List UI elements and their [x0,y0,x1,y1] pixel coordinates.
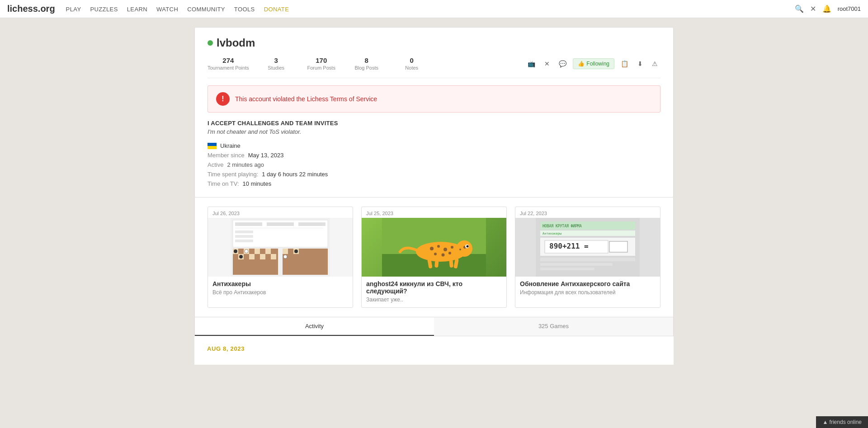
notes-button[interactable]: 📋 [618,58,631,69]
stat-tournament-points[interactable]: 274 Tournament Points [208,56,249,71]
member-since-label: Member since [208,152,245,159]
profile-header: lvbodm [208,37,660,49]
meta-time-playing-row: Time spent playing: 1 day 6 hours 22 min… [208,171,660,178]
profile-username: lvbodm [217,37,255,49]
chat-icon: 💬 [559,60,566,67]
time-playing-label: Time spent playing: [208,171,258,178]
nav-community[interactable]: COMMUNITY [187,6,225,13]
svg-rect-67 [540,268,594,270]
blog-card-2[interactable]: Jul 22, 2023 НОВАЯ КРУТАЯ ФИРМА Антихаке… [515,207,660,308]
blog-card-0-date: Jul 26, 2023 [208,207,353,218]
svg-rect-66 [540,263,613,266]
blog-card-2-excerpt: Информация для всех пользователей [515,289,660,300]
svg-point-27 [245,249,248,253]
svg-rect-30 [283,249,288,254]
activity-date: AUG 8, 2023 [207,345,661,352]
blog-section: Jul 26, 2023 [194,198,674,317]
download-icon: ⬇ [637,60,643,67]
search-icon[interactable]: 🔍 [795,5,804,13]
svg-rect-25 [271,254,276,259]
svg-point-43 [434,253,437,255]
stat-notes[interactable]: 0 Notes [394,56,430,71]
nav-puzzles[interactable]: PUZZLES [90,6,118,13]
bio-text: I'm not cheater and not ToS violator. [208,128,660,135]
svg-text:Антихакеры: Антихакеры [542,232,561,235]
stat-blog-posts[interactable]: 8 Blog Posts [349,56,385,71]
svg-point-41 [443,248,447,251]
tab-games[interactable]: 325 Games [434,317,673,336]
meta-active-row: Active 2 minutes ago [208,161,660,168]
svg-point-42 [451,246,453,249]
notes-value: 0 [410,56,414,64]
forum-posts-label: Forum Posts [307,65,335,71]
nav-donate[interactable]: DONATE [264,6,289,13]
tournament-points-label: Tournament Points [208,65,249,71]
action-icons: 📺 ✕ 💬 👍 Following 📋 ⬇ [525,58,660,69]
svg-rect-11 [238,249,244,254]
time-playing-value: 1 day 6 hours 22 minutes [262,171,328,178]
report-button[interactable]: ⚠ [649,58,660,69]
studies-value: 3 [274,56,278,64]
svg-rect-7 [235,235,253,238]
svg-point-40 [437,245,440,248]
alert-icon: ! [216,92,230,106]
tab-activity[interactable]: Activity [195,317,434,336]
svg-rect-33 [299,249,304,254]
nav-links: PLAY PUZZLES LEARN WATCH COMMUNITY TOOLS… [66,5,795,13]
svg-point-34 [283,255,287,259]
blog-card-0[interactable]: Jul 26, 2023 [208,207,353,308]
close-icon[interactable]: ✕ [810,5,816,13]
site-logo[interactable]: lichess.org [7,4,55,14]
sword-icon: ✕ [544,60,550,67]
profile-meta: Ukraine Member since May 13, 2023 Active… [208,142,660,197]
svg-rect-16 [265,249,271,254]
svg-rect-22 [255,254,260,259]
notification-bell-icon[interactable]: 🔔 [822,5,831,13]
online-indicator [208,40,213,46]
tv-button[interactable]: 📺 [525,58,538,69]
member-since-value: May 13, 2023 [248,152,284,159]
svg-rect-65 [540,258,635,261]
stat-forum-posts[interactable]: 170 Forum Posts [303,56,340,71]
nav-learn[interactable]: LEARN [127,6,147,13]
svg-text:НОВАЯ КРУТАЯ ФИРМА: НОВАЯ КРУТАЯ ФИРМА [542,224,582,228]
blog-card-0-title: Антихакеры [208,277,353,289]
svg-rect-23 [260,254,265,259]
blog-card-2-thumbnail: НОВАЯ КРУТАЯ ФИРМА Антихакеры 890+211 = [515,218,660,277]
following-button[interactable]: 👍 Following [573,58,614,69]
svg-rect-2 [235,222,262,226]
tournament-points-value: 274 [222,56,234,64]
forum-posts-value: 170 [316,56,327,64]
warning-icon: ⚠ [652,60,658,67]
meta-time-tv-row: Time on TV: 10 minutes [208,180,660,187]
cross-action-button[interactable]: ✕ [542,58,552,69]
tos-alert-banner: ! This account violated the Lichess Term… [208,85,660,113]
active-time: 2 minutes ago [227,161,264,168]
notepad-icon: 📋 [621,60,628,67]
tv-icon: 📺 [528,60,535,67]
current-user[interactable]: root7001 [838,5,861,12]
blog-card-1[interactable]: Jul 25, 2023 [361,207,507,308]
svg-rect-13 [249,249,255,254]
blog-card-1-excerpt: Закипает уже.. [362,296,506,307]
thumbs-up-icon: 👍 [578,61,585,67]
download-button[interactable]: ⬇ [635,58,646,69]
svg-point-50 [467,245,469,248]
stat-studies[interactable]: 3 Studies [258,56,294,71]
svg-rect-64 [609,241,627,252]
svg-rect-17 [271,249,276,254]
blog-card-1-thumbnail [362,218,506,277]
active-label: Active [208,161,223,168]
blog-card-0-thumbnail [208,218,353,277]
blog-posts-value: 8 [365,56,368,64]
nav-watch[interactable]: WATCH [156,6,178,13]
meta-member-since-row: Member since May 13, 2023 [208,152,660,159]
message-button[interactable]: 💬 [556,58,569,69]
blog-card-1-title: anghost24 кикнули из СВЧ, кто следующий? [362,277,506,296]
nav-play[interactable]: PLAY [66,6,81,13]
tabs-section: Activity 325 Games [194,317,674,336]
nav-tools[interactable]: TOOLS [234,6,255,13]
svg-point-39 [430,247,434,250]
bio-title: I ACCEPT CHALLENGES AND TEAM INVITES [208,120,660,127]
svg-rect-21 [249,254,255,259]
